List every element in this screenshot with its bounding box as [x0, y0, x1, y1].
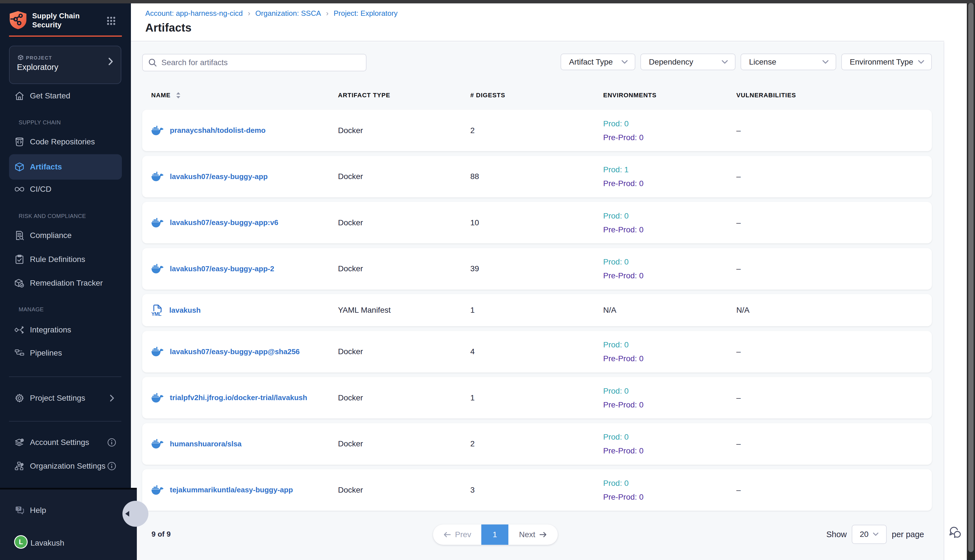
svg-text:YML: YML [151, 311, 161, 316]
svg-text:?: ? [17, 507, 20, 511]
